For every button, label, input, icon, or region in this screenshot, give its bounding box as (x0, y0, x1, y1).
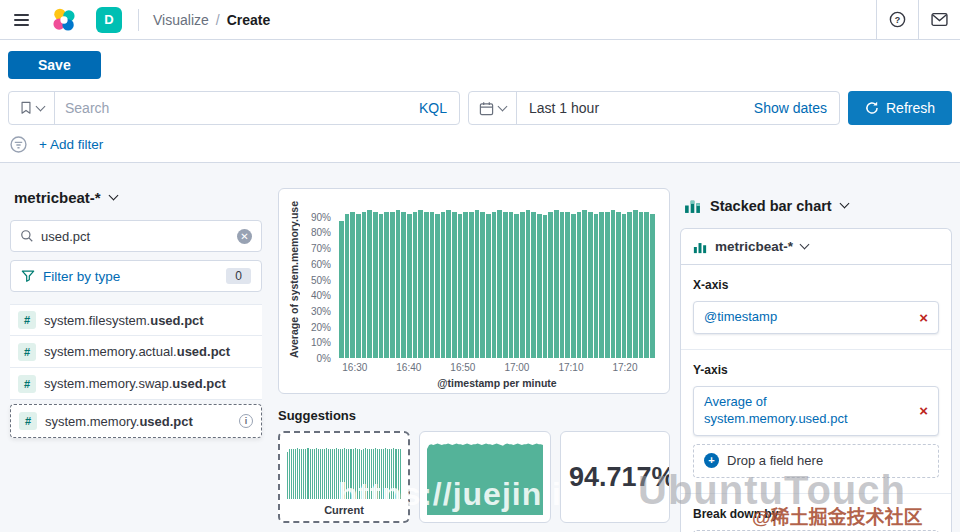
chevron-down-icon (800, 240, 810, 250)
elastic-logo[interactable] (42, 7, 86, 33)
save-button[interactable]: Save (8, 51, 101, 79)
field-name: system.memory.used.pct (45, 414, 193, 429)
breadcrumb-visualize[interactable]: Visualize (153, 12, 209, 28)
stacked-bar-chart-icon (684, 197, 701, 214)
y-axis-dimension[interactable]: Average of system.memory.used.pct × (693, 386, 939, 436)
layer-index-pattern[interactable]: metricbeat-* (681, 229, 951, 265)
funnel-icon (21, 269, 35, 283)
number-field-icon: # (18, 311, 36, 329)
show-dates-link[interactable]: Show dates (754, 100, 839, 116)
help-icon: ? (889, 11, 906, 28)
saved-query-button[interactable] (9, 92, 55, 124)
suggestion-current[interactable]: Current (278, 431, 410, 523)
chart-type-label: Stacked bar chart (710, 198, 832, 214)
plus-icon: + (704, 453, 719, 468)
suggestions-title: Suggestions (278, 408, 670, 423)
drop-field-label: Drop a field here (727, 453, 823, 468)
y-axis-section: Y-axis Average of system.memory.used.pct… (681, 349, 951, 493)
space-badge[interactable]: D (96, 7, 122, 33)
field-name: system.memory.swap.used.pct (44, 376, 226, 391)
search-input[interactable] (55, 100, 419, 116)
svg-text:?: ? (895, 15, 901, 25)
break-down-section: Break down by + Drop a field here (681, 493, 951, 532)
envelope-icon (931, 12, 948, 27)
field-item-selected[interactable]: # system.memory.used.pct i (10, 404, 262, 438)
chevron-down-icon (36, 101, 46, 111)
chevron-down-icon (839, 199, 849, 209)
calendar-icon (479, 101, 494, 116)
filter-by-type-label: Filter by type (43, 269, 218, 284)
header-right: ? (876, 0, 960, 39)
field-info-icon[interactable]: i (239, 414, 253, 428)
breadcrumb-create: Create (227, 12, 271, 28)
number-field-icon: # (19, 412, 37, 430)
field-name: system.memory.actual.used.pct (44, 344, 230, 359)
field-name: system.filesystem.used.pct (44, 313, 204, 328)
y-axis-dimension-label: Average of system.memory.used.pct (704, 394, 904, 428)
y-axis-title: Average of system.memory.use (288, 201, 300, 358)
lens-workspace: metricbeat-* ✕ Filter by type 0 # system… (0, 162, 960, 532)
layer-config-card: metricbeat-* X-axis @timestamp × Y-axis … (680, 228, 952, 532)
chevron-down-icon (108, 191, 118, 201)
filter-count-badge: 0 (226, 268, 251, 284)
x-axis-dimension[interactable]: @timestamp × (693, 301, 939, 334)
remove-x-dimension-button[interactable]: × (913, 310, 928, 325)
suggestions-row: Current 94.717% (278, 431, 670, 523)
field-item[interactable]: # system.filesystem.used.pct (10, 304, 262, 336)
date-quick-select-button[interactable] (469, 92, 517, 124)
index-pattern-switcher[interactable]: metricbeat-* (10, 189, 262, 206)
field-search: ✕ (10, 220, 262, 252)
field-item[interactable]: # system.memory.actual.used.pct (10, 336, 262, 368)
data-panel: metricbeat-* ✕ Filter by type 0 # system… (0, 163, 270, 532)
y-axis-ticks: 90%80%70%60%50%40%30%20%10%0% (303, 201, 339, 358)
chart-panel: Average of system.memory.use 90%80%70%60… (278, 188, 670, 394)
query-bar: KQL Last 1 hour Show dates Refresh (0, 85, 960, 131)
layer-index-pattern-label: metricbeat-* (715, 239, 793, 254)
x-axis-section-label: X-axis (693, 278, 939, 292)
remove-y-dimension-button[interactable]: × (913, 403, 928, 418)
refresh-icon (865, 101, 879, 115)
field-item[interactable]: # system.memory.swap.used.pct (10, 368, 262, 400)
suggestion-area-chart[interactable] (419, 431, 551, 523)
field-search-input[interactable] (41, 229, 230, 244)
refresh-label: Refresh (886, 100, 935, 116)
break-down-label: Break down by (693, 507, 939, 521)
chart-type-switcher[interactable]: Stacked bar chart (680, 197, 952, 214)
date-picker: Last 1 hour Show dates (468, 91, 840, 125)
hamburger-icon (14, 14, 29, 26)
search-box: KQL (8, 91, 460, 125)
index-pattern-label: metricbeat-* (14, 189, 101, 206)
filter-icon (10, 136, 27, 153)
metric-value: 94.717% (569, 462, 670, 493)
number-field-icon: # (18, 375, 36, 393)
add-filter-link[interactable]: + Add filter (39, 137, 103, 152)
saved-query-icon (19, 101, 33, 115)
y-axis-drop-zone[interactable]: + Drop a field here (693, 444, 939, 478)
top-header: D Visualize / Create ? (0, 0, 960, 40)
kql-selector[interactable]: KQL (419, 100, 459, 116)
header-left: D Visualize / Create (0, 0, 270, 39)
x-axis-dimension-label: @timestamp (704, 309, 777, 326)
refresh-button[interactable]: Refresh (848, 91, 952, 125)
newsfeed-button[interactable] (918, 0, 960, 39)
save-row: Save (0, 40, 960, 85)
chevron-down-icon (498, 101, 508, 111)
x-axis-ticks: 16:3016:4016:5017:0017:1017:20 (339, 358, 655, 374)
suggestion-current-label: Current (280, 504, 408, 516)
filter-by-type[interactable]: Filter by type 0 (10, 260, 262, 292)
breadcrumb-separator: / (216, 12, 220, 28)
time-range-text[interactable]: Last 1 hour (517, 100, 754, 116)
breadcrumb: Visualize / Create (153, 12, 270, 28)
y-axis-section-label: Y-axis (693, 363, 939, 377)
help-button[interactable]: ? (876, 0, 918, 39)
suggestion-metric[interactable]: 94.717% (560, 431, 670, 523)
menu-button[interactable] (0, 0, 42, 39)
mini-area-path (427, 444, 543, 515)
filter-bar: + Add filter (0, 131, 960, 162)
clear-search-button[interactable]: ✕ (237, 229, 252, 244)
mini-area-chart (427, 439, 543, 515)
mini-bar-chart (287, 445, 401, 499)
x-axis-section: X-axis @timestamp × (681, 265, 951, 349)
layer-chart-icon (693, 240, 707, 254)
header-divider (138, 9, 139, 31)
